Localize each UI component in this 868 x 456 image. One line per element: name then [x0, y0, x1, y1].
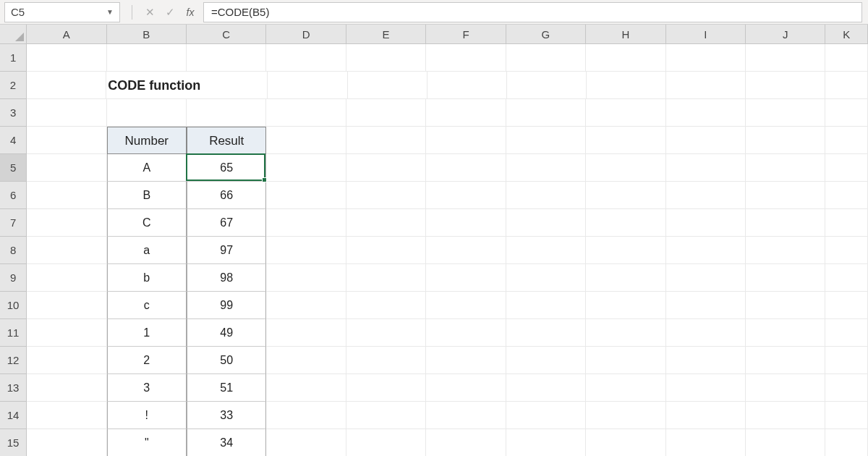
cell[interactable] — [506, 209, 586, 237]
cell[interactable] — [266, 182, 346, 209]
cell[interactable] — [746, 264, 825, 292]
cell[interactable] — [27, 347, 106, 374]
cell[interactable] — [426, 237, 506, 264]
cell[interactable] — [426, 99, 506, 127]
cell[interactable] — [27, 72, 106, 99]
column-header[interactable]: B — [107, 25, 187, 43]
cell[interactable] — [266, 99, 346, 127]
cell[interactable] — [666, 319, 746, 347]
cell[interactable] — [266, 292, 346, 319]
cell[interactable] — [107, 44, 187, 72]
cell[interactable] — [506, 154, 586, 182]
data-cell[interactable]: 51 — [187, 374, 266, 402]
cell[interactable] — [666, 374, 746, 402]
cell[interactable] — [506, 347, 586, 374]
data-cell[interactable]: B — [107, 182, 187, 209]
data-cell[interactable]: 98 — [187, 264, 266, 292]
data-cell[interactable]: 97 — [187, 237, 266, 264]
cell[interactable] — [825, 182, 868, 209]
cell[interactable] — [266, 402, 346, 429]
cell[interactable] — [506, 319, 586, 347]
cell[interactable] — [266, 154, 346, 182]
cell[interactable] — [825, 72, 868, 99]
column-header[interactable]: K — [825, 25, 868, 43]
cell[interactable] — [586, 374, 665, 402]
cell[interactable] — [825, 374, 868, 402]
enter-icon[interactable]: ✓ — [160, 2, 180, 22]
cell[interactable] — [746, 127, 825, 154]
cell[interactable] — [825, 402, 868, 429]
cell[interactable] — [27, 402, 106, 429]
cell[interactable] — [825, 237, 868, 264]
data-cell[interactable]: ! — [107, 402, 187, 429]
row-header[interactable]: 2 — [0, 72, 27, 99]
row-header[interactable]: 1 — [0, 44, 27, 72]
table-header[interactable]: Result — [187, 127, 266, 154]
cell[interactable] — [426, 154, 506, 182]
cell[interactable] — [266, 374, 346, 402]
table-header[interactable]: Number — [107, 127, 187, 154]
cell[interactable] — [506, 264, 586, 292]
selected-cell[interactable]: 65 — [187, 154, 266, 182]
cell[interactable] — [746, 347, 825, 374]
column-header[interactable]: H — [586, 25, 665, 43]
cell[interactable] — [746, 292, 825, 319]
cell[interactable] — [346, 99, 426, 127]
cell[interactable] — [586, 319, 665, 347]
cell[interactable] — [27, 99, 106, 127]
cell[interactable] — [586, 292, 665, 319]
cell[interactable] — [427, 72, 507, 99]
cell[interactable] — [346, 374, 426, 402]
cell[interactable] — [348, 72, 427, 99]
data-cell[interactable]: 50 — [187, 347, 266, 374]
cell[interactable] — [27, 319, 106, 347]
select-all-corner[interactable] — [0, 25, 27, 43]
cell[interactable] — [346, 292, 426, 319]
data-cell[interactable]: " — [107, 429, 187, 456]
cell[interactable] — [746, 72, 825, 99]
fx-icon[interactable]: fx — [180, 2, 200, 22]
cell[interactable] — [266, 44, 346, 72]
cell[interactable] — [27, 237, 106, 264]
data-cell[interactable]: 1 — [107, 319, 187, 347]
row-header[interactable]: 9 — [0, 264, 27, 292]
cell[interactable] — [27, 182, 106, 209]
cell[interactable] — [426, 127, 506, 154]
cell[interactable] — [266, 209, 346, 237]
cell[interactable] — [586, 347, 665, 374]
cell[interactable] — [746, 209, 825, 237]
cell[interactable] — [825, 209, 868, 237]
column-header[interactable]: C — [187, 25, 266, 43]
row-header[interactable]: 13 — [0, 374, 27, 402]
cell[interactable] — [188, 72, 268, 99]
cell[interactable] — [266, 429, 346, 456]
row-header[interactable]: 8 — [0, 237, 27, 264]
cell[interactable] — [666, 237, 746, 264]
row-header[interactable]: 7 — [0, 209, 27, 237]
cell[interactable] — [506, 402, 586, 429]
data-cell[interactable]: b — [107, 264, 187, 292]
cell[interactable] — [666, 99, 746, 127]
cell[interactable] — [586, 182, 665, 209]
cell[interactable] — [506, 182, 586, 209]
cell[interactable] — [825, 127, 868, 154]
cell[interactable] — [666, 429, 746, 456]
data-cell[interactable]: 67 — [187, 209, 266, 237]
data-cell[interactable]: c — [107, 292, 187, 319]
cell[interactable] — [266, 237, 346, 264]
cell[interactable] — [666, 127, 746, 154]
cell[interactable] — [746, 237, 825, 264]
cell[interactable] — [268, 72, 347, 99]
cell[interactable] — [825, 429, 868, 456]
data-cell[interactable]: a — [107, 237, 187, 264]
cell[interactable] — [27, 264, 106, 292]
cell[interactable] — [825, 99, 868, 127]
cell[interactable] — [506, 127, 586, 154]
cell[interactable] — [666, 264, 746, 292]
formula-input[interactable]: =CODE(B5) — [203, 2, 862, 22]
cell[interactable] — [27, 127, 106, 154]
cell[interactable] — [825, 319, 868, 347]
cell[interactable] — [506, 429, 586, 456]
cell[interactable] — [586, 99, 665, 127]
data-cell[interactable]: 3 — [107, 374, 187, 402]
